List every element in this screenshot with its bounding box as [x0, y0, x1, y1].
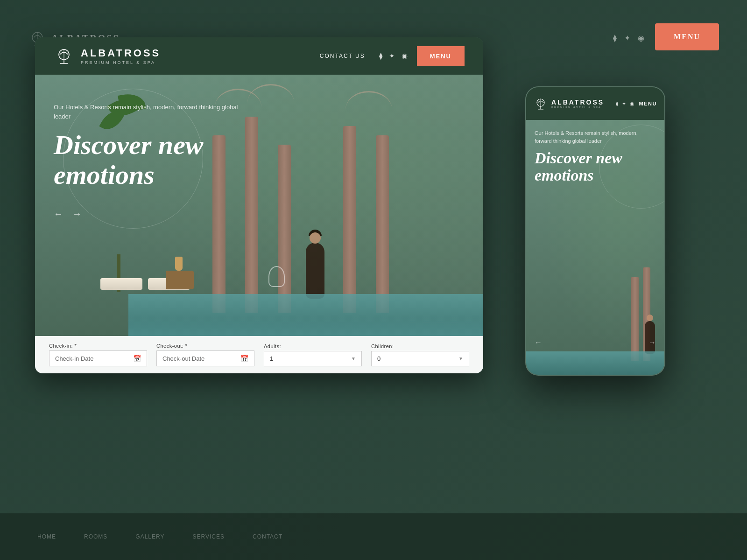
checkin-field: Check-in: * Check-in Date 📅 — [49, 343, 147, 366]
prev-arrow-button[interactable]: ← — [54, 209, 63, 219]
checkout-calendar-icon: 📅 — [240, 355, 248, 362]
mobile-figure — [645, 321, 655, 354]
mobile-foursquare-icon[interactable]: ⧫ — [616, 101, 618, 107]
desktop-booking-bar: Check-in: * Check-in Date 📅 Check-out: *… — [35, 336, 483, 373]
scene-figure — [306, 243, 324, 299]
desktop-nav-right: CONTACT US ⧫ ✦ ◉ MENU — [320, 46, 465, 66]
scene-arch-3 — [345, 91, 392, 128]
children-field: Children: 0 ▼ — [371, 343, 469, 366]
checkout-input[interactable]: Check-out Date 📅 — [156, 350, 254, 366]
bg-tripadvisor-icon: ✦ — [624, 34, 630, 42]
mobile-nav-right: ⧫ ✦ ◉ MENU — [616, 101, 657, 107]
desktop-menu-button[interactable]: MENU — [417, 46, 465, 66]
mobile-logo: ALBATROSS PREMIUM HOTEL & SPA — [534, 97, 604, 111]
adults-select[interactable]: 1 ▼ — [264, 351, 362, 366]
bg-bottom-item-1: HOME — [37, 533, 56, 540]
scene-column-5 — [376, 135, 389, 313]
mobile-logo-icon — [534, 97, 548, 111]
mobile-prev-arrow[interactable]: ← — [535, 338, 542, 347]
mobile-figure-head — [647, 315, 653, 321]
mobile-logo-sub: PREMIUM HOTEL & SPA — [551, 106, 604, 109]
headline-line-2: emotions — [54, 160, 155, 190]
mobile-tripadvisor-icon[interactable]: ✦ — [622, 101, 626, 107]
mobile-pool — [526, 351, 664, 375]
desktop-logo: ALBATROSS PREMIUM HOTEL & SPA — [54, 46, 161, 66]
mobile-hero: Our Hotels & Resorts remain stylish, mod… — [526, 120, 664, 375]
adults-field: Adults: 1 ▼ — [264, 343, 362, 366]
mobile-headline-line-1: Discover new — [535, 149, 622, 167]
bg-bottom-item-2: ROOMS — [84, 533, 107, 540]
scene-chair — [268, 266, 285, 287]
mobile-column-2 — [631, 277, 639, 361]
mobile-tagline: Our Hotels & Resorts remain stylish, mod… — [535, 129, 656, 145]
children-chevron-icon: ▼ — [458, 356, 463, 361]
desktop-logo-text: ALBATROSS PREMIUM HOTEL & SPA — [81, 47, 161, 65]
desktop-mockup: ALBATROSS PREMIUM HOTEL & SPA CONTACT US… — [35, 37, 483, 373]
mobile-instagram-icon[interactable]: ◉ — [630, 101, 634, 107]
desktop-headline: Discover new emotions — [54, 130, 250, 190]
adults-value: 1 — [270, 355, 273, 362]
checkin-calendar-icon: 📅 — [133, 355, 141, 362]
scene-column-3 — [278, 145, 291, 313]
mobile-menu-button[interactable]: MENU — [639, 101, 657, 106]
desktop-logo-sub: PREMIUM HOTEL & SPA — [81, 60, 161, 65]
desktop-hero-text: Our Hotels & Resorts remain stylish, mod… — [35, 75, 268, 336]
bg-bottom-item-5: CONTACT — [253, 533, 282, 540]
instagram-icon[interactable]: ◉ — [402, 52, 408, 60]
checkout-placeholder: Check-out Date — [162, 355, 204, 362]
adults-label: Adults: — [264, 343, 362, 349]
figure-head — [310, 232, 321, 244]
children-value: 0 — [377, 355, 381, 362]
checkout-field: Check-out: * Check-out Date 📅 — [156, 343, 254, 366]
mobile-hero-text: Our Hotels & Resorts remain stylish, mod… — [526, 120, 664, 194]
bg-foursquare-icon: ⧫ — [613, 34, 617, 42]
tripadvisor-icon[interactable]: ✦ — [389, 52, 395, 60]
children-select[interactable]: 0 ▼ — [371, 351, 469, 366]
mobile-logo-text: ALBATROSS PREMIUM HOTEL & SPA — [551, 98, 604, 109]
desktop-hero: Our Hotels & Resorts remain stylish, mod… — [35, 75, 483, 336]
mobile-headline-line-2: emotions — [535, 167, 594, 184]
next-arrow-button[interactable]: → — [72, 209, 82, 219]
foursquare-icon[interactable]: ⧫ — [379, 52, 382, 60]
mobile-social-icons: ⧫ ✦ ◉ — [616, 101, 634, 107]
mobile-logo-name: ALBATROSS — [551, 98, 604, 106]
bg-social-icons: ⧫ ✦ ◉ — [613, 34, 644, 42]
hero-navigation-arrows: ← → — [54, 209, 250, 219]
bg-bottom-bar: HOME ROOMS GALLERY SERVICES CONTACT — [0, 513, 747, 560]
checkin-placeholder: Check-in Date — [55, 355, 93, 362]
headline-line-1: Discover new — [54, 130, 204, 160]
bg-menu-button[interactable]: MENU — [655, 23, 719, 50]
contact-us-link[interactable]: CONTACT US — [320, 53, 365, 59]
mobile-next-arrow[interactable]: → — [648, 338, 656, 347]
mobile-navigation-arrows: ← → — [535, 338, 656, 347]
checkin-label: Check-in: * — [49, 343, 147, 349]
adults-chevron-icon: ▼ — [351, 356, 356, 361]
desktop-logo-icon — [54, 46, 74, 66]
scene-column-4 — [343, 126, 356, 313]
mobile-mockup: ALBATROSS PREMIUM HOTEL & SPA ⧫ ✦ ◉ MENU — [525, 86, 665, 376]
desktop-social-icons: ⧫ ✦ ◉ — [379, 52, 408, 60]
desktop-logo-name: ALBATROSS — [81, 47, 161, 59]
bg-bottom-item-4: SERVICES — [193, 533, 225, 540]
checkin-input[interactable]: Check-in Date 📅 — [49, 350, 147, 366]
mobile-navbar: ALBATROSS PREMIUM HOTEL & SPA ⧫ ✦ ◉ MENU — [526, 87, 664, 120]
desktop-navbar: ALBATROSS PREMIUM HOTEL & SPA CONTACT US… — [35, 37, 483, 75]
bg-instagram-icon: ◉ — [638, 34, 644, 42]
mobile-headline: Discover new emotions — [535, 149, 656, 184]
children-label: Children: — [371, 343, 469, 349]
checkout-label: Check-out: * — [156, 343, 254, 349]
bg-bottom-item-3: GALLERY — [135, 533, 164, 540]
desktop-tagline: Our Hotels & Resorts remain stylish, mod… — [54, 103, 250, 121]
